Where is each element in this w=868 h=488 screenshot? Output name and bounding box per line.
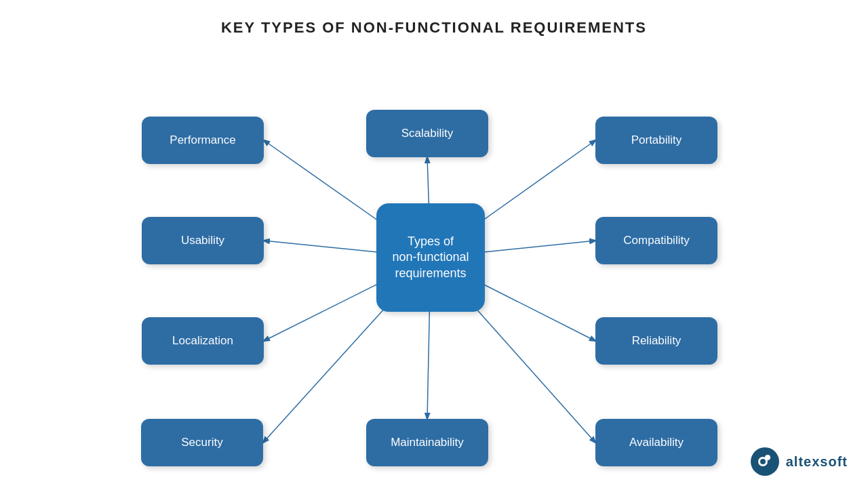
performance-node: Performance <box>142 117 264 164</box>
page-title: KEY TYPES OF NON-FUNCTIONAL REQUIREMENTS <box>0 0 868 37</box>
portability-node: Portability <box>595 117 717 164</box>
compatibility-node: Compatibility <box>595 217 717 264</box>
reliability-node: Reliability <box>595 317 717 365</box>
svg-point-13 <box>765 455 770 460</box>
security-label: Security <box>181 436 222 449</box>
logo-text: altexsoft <box>786 454 848 470</box>
usability-label: Usability <box>181 234 224 247</box>
reliability-label: Reliability <box>632 334 682 348</box>
security-node: Security <box>141 419 263 466</box>
center-label: Types of non-functional requirements <box>392 234 469 281</box>
performance-label: Performance <box>170 134 235 147</box>
compatibility-label: Compatibility <box>623 234 689 247</box>
portability-label: Portability <box>631 134 682 147</box>
logo-icon <box>751 447 779 476</box>
maintainability-node: Maintainability <box>366 419 488 466</box>
maintainability-label: Maintainability <box>391 436 464 449</box>
svg-point-12 <box>760 459 766 464</box>
scalability-node: Scalability <box>366 110 488 157</box>
diagram-area: Types of non-functional requirements Per… <box>0 47 868 481</box>
logo-area: altexsoft <box>751 447 848 476</box>
scalability-label: Scalability <box>401 127 454 140</box>
availability-label: Availability <box>629 436 684 449</box>
localization-label: Localization <box>172 334 233 348</box>
availability-node: Availability <box>595 419 717 466</box>
usability-node: Usability <box>142 217 264 264</box>
center-node: Types of non-functional requirements <box>376 203 485 312</box>
localization-node: Localization <box>142 317 264 365</box>
